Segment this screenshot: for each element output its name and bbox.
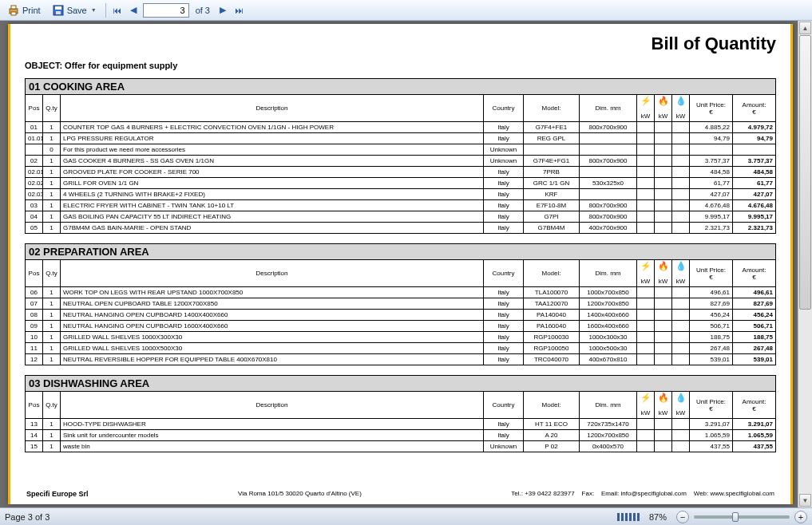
table-cell <box>26 144 43 156</box>
table-cell <box>637 189 655 200</box>
section-header: 02 PREPARATION AREA <box>25 243 776 259</box>
table-cell <box>637 200 655 211</box>
table-row: 091NEUTRAL HANGING OPEN CUPBOARD 1600X40… <box>26 321 776 332</box>
table-cell <box>637 343 655 354</box>
scroll-up-button[interactable]: ▲ <box>799 22 811 34</box>
table-cell <box>672 167 690 178</box>
table-cell: 1 <box>43 430 61 441</box>
table-cell: TLA100070 <box>524 287 580 298</box>
table-cell <box>655 189 672 200</box>
document-object: OBJECT: Offer for equipment supply <box>25 61 776 70</box>
column-header: 🔥kW <box>655 260 672 287</box>
footer-address: Via Roma 101/5 30020 Quarto d'Altino (VE… <box>238 490 362 498</box>
table-cell: Italy <box>484 223 524 234</box>
table-cell: Italy <box>484 189 524 200</box>
table-row: 071NEUTRAL OPEN CUPBOARD TABLE 1200X700X… <box>26 298 776 310</box>
table-cell: 4.676,48 <box>733 200 776 211</box>
zoom-in-button[interactable]: + <box>794 511 807 523</box>
table-cell: HOOD-TYPE DISHWASHER <box>61 419 484 430</box>
status-page-text: Page 3 of 3 <box>5 512 50 522</box>
table-cell: Italy <box>484 178 524 189</box>
vertical-scrollbar[interactable]: ▲ ▼ <box>798 21 812 507</box>
zoom-out-button[interactable]: − <box>676 511 689 523</box>
table-cell <box>637 354 655 365</box>
table-cell: 2.321,73 <box>733 223 776 234</box>
table-cell <box>655 321 672 332</box>
table-cell: 1000x300x30 <box>580 332 637 343</box>
first-page-button[interactable]: ⏮ <box>111 4 124 17</box>
table-cell: 02.02 <box>26 178 43 189</box>
table-cell <box>672 430 690 441</box>
table-cell: 1 <box>43 419 61 430</box>
column-header: Amount:€ <box>733 95 776 122</box>
table-cell: 496,61 <box>733 287 776 298</box>
table-row: 021GAS COOKER 4 BURNERS - SS GAS OVEN 1/… <box>26 156 776 167</box>
page-binding-right <box>790 24 793 504</box>
last-page-button[interactable]: ⏭ <box>232 4 245 17</box>
table-cell: 1.065,59 <box>690 430 733 441</box>
column-header: Unit Price:€ <box>690 260 733 287</box>
table-cell: P 02 <box>524 441 580 452</box>
water-icon: 💧 <box>675 97 687 105</box>
electric-icon: ⚡ <box>640 262 652 270</box>
page-number-input[interactable] <box>143 3 189 18</box>
table-cell <box>672 321 690 332</box>
table-cell: 1 <box>43 133 61 144</box>
table-cell: 94,79 <box>733 133 776 144</box>
water-icon: 💧 <box>675 393 687 402</box>
save-dropdown-icon[interactable]: ▼ <box>91 7 97 13</box>
table-cell: 7PRB <box>524 167 580 178</box>
prev-page-button[interactable]: ◀ <box>127 4 140 17</box>
table-cell: 800x700x900 <box>580 200 637 211</box>
table-cell: Italy <box>484 430 524 441</box>
table-cell: Italy <box>484 133 524 144</box>
view-mode-ticks[interactable] <box>617 513 640 521</box>
table-cell: NEUTRAL HANGING OPEN CUPBOARD 1600X400X6… <box>61 321 484 332</box>
save-button[interactable]: Save ▼ <box>48 2 101 19</box>
footer-company: Specifi Europe Srl <box>26 490 89 498</box>
table-cell <box>672 223 690 234</box>
next-page-button[interactable]: ▶ <box>216 4 229 17</box>
table-cell <box>655 156 672 167</box>
electric-icon: ⚡ <box>640 393 652 402</box>
scroll-thumb[interactable] <box>799 35 811 310</box>
table-cell: G7F4+FE1 <box>524 122 580 133</box>
table-cell: 02.01 <box>26 167 43 178</box>
table-cell: G7PI <box>524 211 580 223</box>
scroll-track[interactable] <box>798 35 812 493</box>
table-cell: Italy <box>484 167 524 178</box>
table-cell: 1.065,59 <box>733 430 776 441</box>
print-button[interactable]: Print <box>3 2 45 19</box>
table-cell: Italy <box>484 354 524 365</box>
column-header: Amount:€ <box>733 392 776 419</box>
table-cell <box>655 178 672 189</box>
table-cell: 0x400x570 <box>580 441 637 452</box>
column-header: Description <box>61 260 484 287</box>
svg-rect-5 <box>56 11 61 14</box>
table-cell: WORK TOP ON LEGS WITH REAR UPSTAND 1000X… <box>61 287 484 298</box>
table-cell: Unknown <box>484 441 524 452</box>
document-title: Bill of Quantity <box>25 34 776 54</box>
table-cell: For this product we need more accessorie… <box>61 144 484 156</box>
zoom-slider-thumb[interactable] <box>732 512 739 522</box>
scroll-down-button[interactable]: ▼ <box>799 494 811 507</box>
table-cell: 03 <box>26 200 43 211</box>
table-cell: A 20 <box>524 430 580 441</box>
table-cell: E7F10-8M <box>524 200 580 211</box>
table-cell <box>655 343 672 354</box>
column-header: Pos <box>26 260 43 287</box>
table-cell <box>655 310 672 321</box>
column-header: 💧kW <box>672 392 690 419</box>
report-viewport: Bill of Quantity OBJECT: Offer for equip… <box>0 21 812 507</box>
table-cell: 94,79 <box>690 133 733 144</box>
table-cell: 437,55 <box>690 441 733 452</box>
table-cell: 1 <box>43 167 61 178</box>
table-cell <box>672 343 690 354</box>
column-header: ⚡kW <box>637 95 655 122</box>
table-cell <box>672 178 690 189</box>
table-cell: 3.291,07 <box>733 419 776 430</box>
table-cell <box>655 441 672 452</box>
column-header: Unit Price:€ <box>690 95 733 122</box>
zoom-slider[interactable] <box>694 515 790 519</box>
svg-rect-4 <box>55 6 61 10</box>
